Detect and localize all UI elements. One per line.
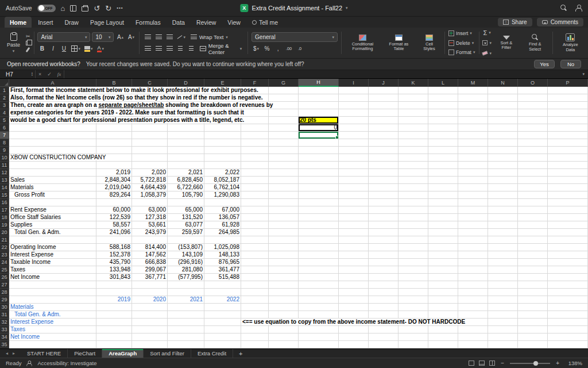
zoom-knob[interactable] (533, 361, 538, 366)
cell-L19[interactable] (428, 221, 458, 229)
cell-J15[interactable] (369, 191, 399, 199)
cell-K8[interactable] (399, 139, 428, 147)
cell-E16[interactable] (204, 199, 241, 206)
column-header-N[interactable]: N (488, 79, 518, 87)
cell-O15[interactable] (518, 191, 548, 199)
cell-P9[interactable] (548, 147, 588, 154)
cell-J9[interactable] (369, 147, 399, 154)
row-header-25[interactable]: 25 (0, 266, 9, 274)
cell-I1[interactable] (339, 87, 369, 94)
row-header-20[interactable]: 20 (0, 229, 9, 236)
cell-D22[interactable]: (153,807) (168, 244, 204, 251)
fill-button[interactable]: ▾ (482, 39, 492, 47)
cell-G17[interactable] (269, 206, 299, 214)
cell-I3[interactable] (339, 102, 369, 109)
cell-O28[interactable] (518, 289, 548, 296)
cell-P6[interactable] (548, 124, 588, 132)
cell-B17[interactable]: 60,000 (96, 206, 132, 214)
cell-F27[interactable] (241, 281, 269, 289)
italic-button[interactable]: I (48, 44, 57, 53)
currency-format-button[interactable]: $▾ (252, 44, 261, 53)
cell-K6[interactable] (399, 124, 428, 132)
cell-J11[interactable] (369, 162, 399, 169)
cell-P7[interactable] (548, 132, 588, 139)
zoom-slider[interactable] (510, 363, 550, 364)
sort-filter-button[interactable]: Sort & Filter (494, 36, 519, 51)
cell-M23[interactable] (458, 251, 488, 259)
cell-A30[interactable]: Materials (9, 304, 96, 311)
cell-N14[interactable] (488, 184, 518, 191)
cell-F22[interactable] (241, 244, 269, 251)
cell-I25[interactable] (339, 266, 369, 274)
cell-A34[interactable]: Net Income (9, 334, 96, 341)
cell-H26[interactable] (299, 274, 339, 281)
cell-M31[interactable] (458, 311, 488, 319)
cell-A27[interactable] (9, 281, 96, 289)
cell-P11[interactable] (548, 162, 588, 169)
cell-F16[interactable] (241, 199, 269, 206)
cell-G19[interactable] (269, 221, 299, 229)
row-header-22[interactable]: 22 (0, 244, 9, 251)
column-header-B[interactable]: B (96, 79, 132, 87)
cell-M20[interactable] (458, 229, 488, 236)
cell-F15[interactable] (241, 191, 269, 199)
cell-J29[interactable] (369, 296, 399, 304)
cell-D35[interactable] (168, 341, 204, 348)
cell-N16[interactable] (488, 199, 518, 206)
cell-I14[interactable] (339, 184, 369, 191)
merge-center-button[interactable]: Merge & Center ▾ (198, 44, 244, 53)
cell-A2[interactable]: Also, format the Net Income cells (row 2… (9, 94, 96, 102)
cell-H30[interactable] (299, 304, 339, 311)
cell-J13[interactable] (369, 177, 399, 184)
cell-A1[interactable]: First, format the income statement below… (9, 87, 96, 94)
cell-J7[interactable] (369, 132, 399, 139)
cell-A11[interactable] (9, 162, 96, 169)
cell-A17[interactable]: Rent Expense (9, 206, 96, 214)
cell-M7[interactable] (458, 132, 488, 139)
name-box-stepper-icon[interactable]: ▴▾ (32, 72, 33, 76)
cell-P20[interactable] (548, 229, 588, 236)
search-icon[interactable] (560, 5, 567, 12)
cell-L3[interactable] (428, 102, 458, 109)
cell-A21[interactable] (9, 236, 96, 244)
row-header-33[interactable]: 33 (0, 326, 9, 334)
cell-L30[interactable] (428, 304, 458, 311)
column-header-J[interactable]: J (369, 79, 399, 87)
cell-A25[interactable]: Taxes (9, 266, 96, 274)
cell-C6[interactable] (132, 124, 168, 132)
cell-A33[interactable]: Taxes (9, 326, 96, 334)
cell-F7[interactable] (241, 132, 269, 139)
cell-B31[interactable] (96, 311, 132, 319)
cell-C15[interactable]: 1,058,379 (132, 191, 168, 199)
cell-C11[interactable] (132, 162, 168, 169)
cell-F33[interactable] (241, 326, 269, 334)
cell-G9[interactable] (269, 147, 299, 154)
cell-J16[interactable] (369, 199, 399, 206)
cell-L12[interactable] (428, 169, 458, 177)
cell-F29[interactable] (241, 296, 269, 304)
cell-A5[interactable]: would be a good chart for professional p… (9, 117, 96, 124)
cell-O4[interactable] (518, 109, 548, 117)
cell-N23[interactable] (488, 251, 518, 259)
cell-G14[interactable] (269, 184, 299, 191)
cell-H29[interactable] (299, 296, 339, 304)
cell-E14[interactable]: 6,762,104 (204, 184, 241, 191)
comma-format-button[interactable]: , (273, 44, 283, 53)
cell-O21[interactable] (518, 236, 548, 244)
cell-E21[interactable] (204, 236, 241, 244)
cell-P10[interactable] (548, 154, 588, 162)
cell-I33[interactable] (339, 326, 369, 334)
cell-I28[interactable] (339, 289, 369, 296)
column-header-L[interactable]: L (428, 79, 458, 87)
cell-J19[interactable] (369, 221, 399, 229)
cell-G24[interactable] (269, 259, 299, 266)
cell-D17[interactable]: 65,000 (168, 206, 204, 214)
cell-G11[interactable] (269, 162, 299, 169)
cell-A35[interactable] (9, 341, 96, 348)
cell-L35[interactable] (428, 341, 458, 348)
cell-I15[interactable] (339, 191, 369, 199)
cell-E10[interactable] (204, 154, 241, 162)
cell-C32[interactable] (132, 319, 168, 326)
cell-K7[interactable] (399, 132, 428, 139)
account-icon[interactable] (575, 5, 582, 12)
